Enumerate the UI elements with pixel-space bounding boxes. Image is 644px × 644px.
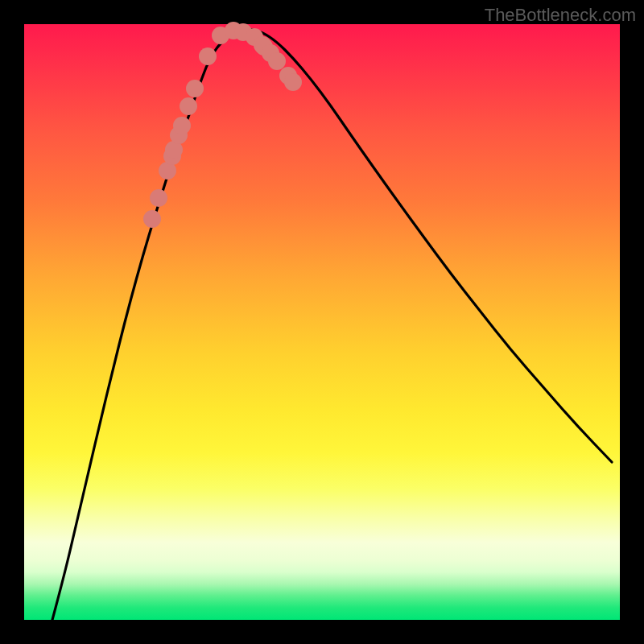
bottleneck-curve xyxy=(52,30,612,620)
chart-frame: TheBottleneck.com xyxy=(0,0,644,644)
data-dot xyxy=(143,210,161,228)
data-dot xyxy=(150,189,167,207)
plot-area xyxy=(24,24,620,620)
watermark-text: TheBottleneck.com xyxy=(485,5,636,26)
data-dot xyxy=(199,47,217,65)
data-dots xyxy=(143,22,302,228)
chart-svg xyxy=(24,24,620,620)
data-dot xyxy=(180,97,197,115)
data-dot xyxy=(173,117,191,134)
data-dot xyxy=(186,80,204,97)
data-dot xyxy=(284,73,302,91)
data-dot xyxy=(268,52,286,70)
